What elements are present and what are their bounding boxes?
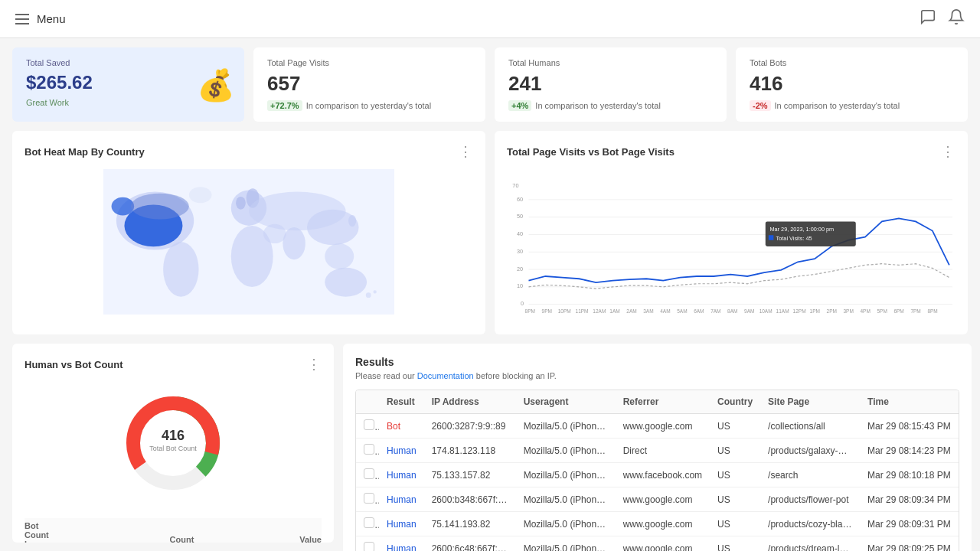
results-table-row: Bot 2600:3287:9:9::89 Mozilla/5.0 (iPhon… <box>356 414 959 439</box>
svg-text:3PM: 3PM <box>844 308 854 314</box>
svg-text:8PM: 8PM <box>525 308 535 314</box>
row-country: US <box>710 439 760 463</box>
svg-rect-35 <box>766 221 856 246</box>
stat-card-humans: Total Humans 241 +4% In comparison to ye… <box>495 47 727 122</box>
row-time: Mar 29 08:15:43 PM <box>860 414 959 439</box>
row-checkbox[interactable] <box>356 414 379 439</box>
svg-text:2AM: 2AM <box>626 308 636 314</box>
row-time: Mar 29 08:14:23 PM <box>860 439 959 463</box>
row-ref: www.facebook.com <box>616 463 710 487</box>
map-card: Bot Heat Map By Country ⋮ <box>12 131 485 334</box>
row-ua: Mozilla/5.0 (iPhone; CPU iPho... <box>516 414 616 439</box>
row-ref: Direct <box>616 439 710 463</box>
bottom-row: Human vs Bot Count ⋮ 416 Total Bot Count… <box>0 344 980 551</box>
svg-text:70: 70 <box>512 182 518 189</box>
header-right <box>920 8 965 29</box>
row-ua: Mozilla/5.0 (iPhone; CPU iPho... <box>516 463 616 487</box>
stat-visits-badge: +72.7% <box>267 100 302 111</box>
svg-point-16 <box>348 215 356 227</box>
svg-point-4 <box>131 194 189 220</box>
row-result: Bot <box>379 414 424 439</box>
results-table-row: Human 174.81.123.118 Mozilla/5.0 (iPhone… <box>356 439 959 463</box>
stat-humans-value: 241 <box>508 72 713 96</box>
row-checkbox[interactable] <box>356 512 379 536</box>
stat-humans-footer: +4% In comparison to yesterday's total <box>508 100 713 111</box>
stat-visits-label: Total Page Visits <box>267 58 472 67</box>
svg-text:4AM: 4AM <box>660 308 670 314</box>
notification-bell-icon[interactable] <box>948 8 965 29</box>
human-bot-header: Human vs Bot Count ⋮ <box>24 356 322 373</box>
row-page: /search <box>760 463 860 487</box>
stat-bots-footer-text: In comparison to yesterday's total <box>775 101 900 110</box>
results-header-2: IP Address <box>424 390 516 414</box>
svg-point-12 <box>325 243 354 269</box>
row-country: US <box>710 487 760 512</box>
hamburger-menu-button[interactable] <box>15 14 29 24</box>
map-more-button[interactable]: ⋮ <box>459 143 473 160</box>
row-ip: 174.81.123.118 <box>424 439 516 463</box>
line-chart-more-button[interactable]: ⋮ <box>941 143 956 160</box>
svg-point-14 <box>283 227 305 259</box>
svg-text:8PM: 8PM <box>927 308 937 314</box>
results-table-row: Human 75.133.157.82 Mozilla/5.0 (iPhone;… <box>356 463 959 487</box>
stat-bots-badge: -2% <box>750 100 771 111</box>
chat-icon[interactable] <box>920 8 936 29</box>
svg-point-3 <box>112 197 135 216</box>
results-table: ResultIP AddressUseragentReferrerCountry… <box>356 390 959 551</box>
svg-text:12PM: 12PM <box>793 308 806 314</box>
stat-bots-label: Total Bots <box>750 58 954 67</box>
svg-text:1PM: 1PM <box>810 308 820 314</box>
svg-text:1AM: 1AM <box>609 308 619 314</box>
line-chart-card: Total Page Visits vs Bot Page Visits ⋮ 0… <box>495 131 968 334</box>
svg-text:7PM: 7PM <box>910 308 920 314</box>
bot-count-table: Bot Count by Source Count Value Direct 4… <box>24 518 322 543</box>
svg-point-13 <box>325 268 367 297</box>
results-table-row: Human 75.141.193.82 Mozilla/5.0 (iPhone;… <box>356 512 959 536</box>
svg-point-19 <box>374 290 377 293</box>
map-card-title: Bot Heat Map By Country <box>24 146 145 158</box>
row-page: /products/cozy-blan... <box>760 512 860 536</box>
svg-point-5 <box>163 242 198 297</box>
svg-text:10: 10 <box>517 282 523 289</box>
svg-point-7 <box>236 197 246 210</box>
row-checkbox[interactable] <box>356 487 379 512</box>
row-ua: Mozilla/5.0 (iPhone; CPU iPho... <box>516 536 616 552</box>
row-ref: www.google.com <box>616 414 710 439</box>
svg-text:2PM: 2PM <box>827 308 837 314</box>
row-result: Human <box>379 536 424 552</box>
results-header-0 <box>356 390 379 414</box>
row-checkbox[interactable] <box>356 536 379 552</box>
line-chart: 0 10 20 30 40 50 60 70 <box>507 169 956 322</box>
human-bot-card: Human vs Bot Count ⋮ 416 Total Bot Count… <box>12 344 334 543</box>
stat-visits-footer: +72.7% In comparison to yesterday's tota… <box>267 100 472 111</box>
row-ref: www.google.com <box>616 536 710 552</box>
row-ip: 2600:b348:667f:f166:90ba:90... <box>424 487 516 512</box>
results-header-6: Site Page <box>760 390 860 414</box>
results-table-row: Human 2600:b348:667f:f166:90ba:90... Moz… <box>356 487 959 512</box>
bot-count-header: Count <box>53 518 194 543</box>
row-page: /products/flower-pot <box>760 487 860 512</box>
svg-point-11 <box>307 210 359 245</box>
svg-text:30: 30 <box>517 248 523 255</box>
row-checkbox[interactable] <box>356 463 379 487</box>
row-ip: 75.141.193.82 <box>424 512 516 536</box>
human-bot-more-button[interactable]: ⋮ <box>307 356 322 373</box>
svg-text:7AM: 7AM <box>710 308 720 314</box>
documentation-link[interactable]: Documentation <box>417 371 474 380</box>
svg-point-15 <box>263 224 286 243</box>
row-checkbox[interactable] <box>356 439 379 463</box>
svg-rect-37 <box>769 235 774 240</box>
svg-point-17 <box>189 187 212 203</box>
svg-text:5AM: 5AM <box>677 308 687 314</box>
row-result: Human <box>379 439 424 463</box>
stat-bots-footer: -2% In comparison to yesterday's total <box>750 100 954 111</box>
results-title: Results <box>355 356 959 368</box>
svg-text:6PM: 6PM <box>893 308 903 314</box>
row-country: US <box>710 414 760 439</box>
results-header-4: Referrer <box>616 390 710 414</box>
row-ref: www.google.com <box>616 512 710 536</box>
row-ref: www.google.com <box>616 487 710 512</box>
row-ua: Mozilla/5.0 (iPhone; CPU iPho... <box>516 439 616 463</box>
results-subtitle: Please read our Documentation before blo… <box>355 371 959 380</box>
row-country: US <box>710 512 760 536</box>
